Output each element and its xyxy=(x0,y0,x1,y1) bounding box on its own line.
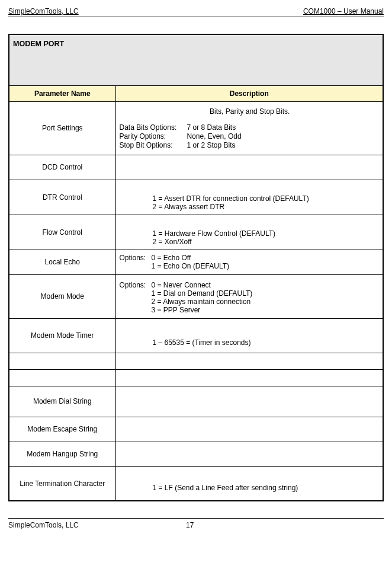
timer-line1: 1 – 65535 = (Timer in seconds) xyxy=(153,338,381,347)
mode-line4: 3 = PPP Server xyxy=(152,306,381,314)
param-port-settings: Port Settings xyxy=(9,101,115,155)
dtr-line1: 1 = Assert DTR for connection control (D… xyxy=(153,194,381,203)
desc-local-echo: Options: 0 = Echo Off 1 = Echo On (DEFAU… xyxy=(115,250,383,274)
desc-line-termination: 1 = LF (Send a Line Feed after sending s… xyxy=(115,466,383,501)
mode-line2: 1 = Dial on Demand (DEFAULT) xyxy=(152,289,381,298)
col-header-description: Description xyxy=(115,85,383,101)
footer-page-number: 17 xyxy=(186,521,194,529)
page-footer: SimpleComTools, LLC 17 xyxy=(8,518,384,529)
desc-flow-control: 1 = Hardware Flow Control (DEFAULT) 2 = … xyxy=(115,215,383,250)
page-header: SimpleComTools, LLC COM1000 – User Manua… xyxy=(8,7,384,17)
desc-dtr-control: 1 = Assert DTR for connection control (D… xyxy=(115,180,383,215)
param-empty1 xyxy=(9,353,115,369)
echo-line1: 0 = Echo Off xyxy=(152,254,381,262)
param-flow-control: Flow Control xyxy=(9,215,115,250)
desc-port-settings: Bits, Parity and Stop Bits. Data Bits Op… xyxy=(115,101,383,155)
mode-line3: 2 = Always maintain connection xyxy=(152,298,381,306)
lineterm-line1: 1 = LF (Send a Line Feed after sending s… xyxy=(153,484,381,492)
desc-dial-string xyxy=(115,386,383,417)
col-header-parameter: Parameter Name xyxy=(9,85,115,101)
param-empty2 xyxy=(9,369,115,386)
param-dcd-control: DCD Control xyxy=(9,155,115,180)
desc-modem-mode-timer: 1 – 65535 = (Timer in seconds) xyxy=(115,318,383,353)
param-dtr-control: DTR Control xyxy=(9,180,115,215)
databits-value: 7 or 8 Data Bits xyxy=(187,123,381,132)
parity-value: None, Even, Odd xyxy=(187,132,381,140)
desc-modem-mode: Options: 0 = Never Connect 1 = Dial on D… xyxy=(115,274,383,318)
mode-options-label: Options: xyxy=(120,281,152,314)
param-escape-string: Modem Escape String xyxy=(9,417,115,442)
desc-dcd-control xyxy=(115,155,383,180)
port-settings-summary: Bits, Parity and Stop Bits. xyxy=(120,107,381,116)
header-title: COM1000 – User Manual xyxy=(303,7,384,15)
desc-hangup-string xyxy=(115,442,383,466)
modem-port-table: MODEM PORT Parameter Name Description Po… xyxy=(8,34,384,501)
param-local-echo: Local Echo xyxy=(9,250,115,274)
echo-options-label: Options: xyxy=(120,254,152,270)
parity-label: Parity Options: xyxy=(120,132,185,140)
echo-line2: 1 = Echo On (DEFAULT) xyxy=(152,262,381,270)
mode-line1: 0 = Never Connect xyxy=(152,281,381,289)
footer-company: SimpleComTools, LLC xyxy=(8,521,186,529)
param-line-termination: Line Termination Character xyxy=(9,466,115,501)
desc-empty2 xyxy=(115,369,383,386)
databits-label: Data Bits Options: xyxy=(120,123,185,132)
param-dial-string: Modem Dial String xyxy=(9,386,115,417)
stopbit-value: 1 or 2 Stop Bits xyxy=(187,141,381,149)
param-hangup-string: Modem Hangup String xyxy=(9,442,115,466)
param-modem-mode-timer: Modem Mode Timer xyxy=(9,318,115,353)
flow-line1: 1 = Hardware Flow Control (DEFAULT) xyxy=(153,229,381,238)
header-company: SimpleComTools, LLC xyxy=(8,7,79,15)
desc-escape-string xyxy=(115,417,383,442)
flow-line2: 2 = Xon/Xoff xyxy=(153,238,381,246)
dtr-line2: 2 = Always assert DTR xyxy=(153,203,381,211)
section-title: MODEM PORT xyxy=(9,34,383,85)
stopbit-label: Stop Bit Options: xyxy=(120,141,185,149)
param-modem-mode: Modem Mode xyxy=(9,274,115,318)
desc-empty1 xyxy=(115,353,383,369)
